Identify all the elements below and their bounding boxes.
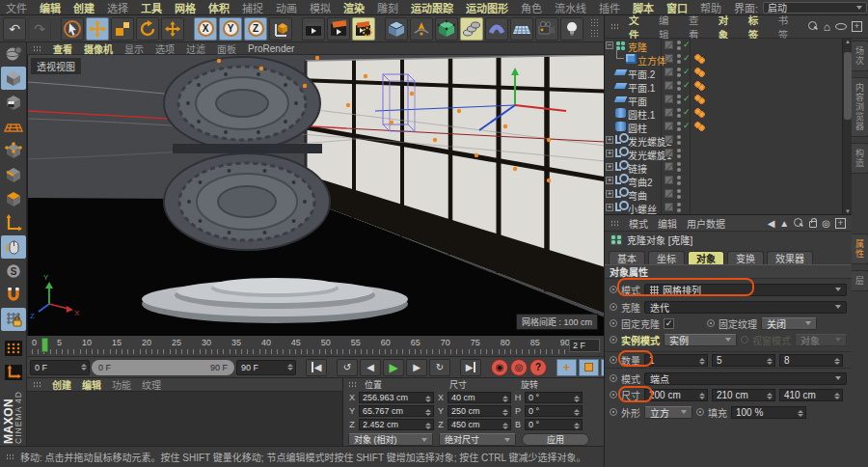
tab-coord[interactable]: 坐标: [648, 251, 685, 264]
position-x-field[interactable]: 256.963 cm: [359, 392, 434, 403]
layer-toggle-icon[interactable]: [665, 149, 673, 157]
search-icon[interactable]: [794, 218, 804, 229]
shape-dropdown[interactable]: 立方: [644, 406, 692, 419]
expand-icon[interactable]: +: [606, 177, 613, 184]
texture-mode-button[interactable]: [1, 91, 26, 114]
home-icon[interactable]: ⌂: [824, 20, 830, 34]
vp-menu-panel[interactable]: 面板: [217, 41, 236, 56]
play-back-button[interactable]: ↺: [337, 359, 358, 376]
position-mode-dropdown[interactable]: 对象 (相对): [348, 433, 433, 446]
expand-icon[interactable]: +: [606, 136, 613, 144]
object-row[interactable]: 圆柱.1 ✓: [605, 106, 842, 120]
end-frame-field[interactable]: 90 F: [236, 360, 296, 375]
visibility-dots-icon[interactable]: [677, 135, 681, 147]
menu-edit[interactable]: 编辑: [40, 0, 61, 15]
apply-button[interactable]: 应用: [522, 433, 589, 446]
points-mode-button[interactable]: [1, 139, 26, 162]
target-icon[interactable]: ◎: [822, 218, 830, 229]
mode2-dropdown[interactable]: 端点: [644, 372, 847, 385]
mat-menu-texture[interactable]: 纹理: [142, 377, 161, 392]
rotation-p-field[interactable]: 0 °: [525, 405, 583, 417]
size-x-field[interactable]: 40 cm: [448, 392, 511, 403]
lock-x-axis-button[interactable]: X: [194, 17, 217, 41]
keyframe-ring-icon[interactable]: [610, 408, 617, 416]
am-menu-edit[interactable]: 编辑: [658, 216, 677, 231]
panel-grip-icon[interactable]: [33, 381, 41, 388]
mode-dropdown[interactable]: 网格排列: [644, 284, 847, 296]
record-position-button[interactable]: +: [556, 359, 577, 376]
expand-icon[interactable]: +: [606, 190, 613, 198]
camera-button[interactable]: [535, 17, 558, 41]
search-icon[interactable]: [808, 21, 819, 32]
size-z-field[interactable]: 410 cm: [779, 389, 843, 401]
vp-menu-filter[interactable]: 过滤: [186, 41, 205, 56]
object-list[interactable]: − 克隆 ✓ 立方体 ✓ 平面.2 ✓: [605, 39, 842, 214]
phong-tag-icon[interactable]: [694, 122, 705, 131]
previous-frame-button[interactable]: ◀: [360, 359, 381, 376]
panel-grip-icon[interactable]: [348, 381, 357, 388]
layer-toggle-icon[interactable]: [665, 176, 673, 184]
visibility-dots-icon[interactable]: [677, 54, 681, 66]
edit-render-settings-button[interactable]: [352, 17, 375, 41]
mograph-cloner-button[interactable]: [460, 17, 483, 41]
add-panel-icon[interactable]: +: [852, 21, 862, 32]
fill-field[interactable]: 100 %: [731, 406, 806, 419]
tab-structure[interactable]: 构造: [852, 143, 868, 174]
enabled-check-icon[interactable]: ✓: [683, 67, 691, 76]
record-scale-button[interactable]: [579, 359, 599, 376]
live-selection-button[interactable]: [61, 17, 84, 41]
visibility-dots-icon[interactable]: [677, 81, 681, 93]
object-row[interactable]: 平面.2 ✓: [605, 66, 842, 79]
menu-mesh[interactable]: 网格: [175, 0, 196, 15]
visibility-dots-icon[interactable]: [677, 122, 681, 133]
tab-object[interactable]: 对象: [688, 251, 724, 264]
position-y-field[interactable]: 65.767 cm: [359, 405, 434, 417]
material-list-empty[interactable]: [27, 392, 342, 445]
deformer-button[interactable]: [485, 17, 508, 41]
menu-plugins[interactable]: 插件: [599, 0, 620, 15]
object-row[interactable]: − 克隆 ✓: [605, 39, 842, 52]
mat-menu-edit[interactable]: 编辑: [82, 377, 101, 392]
keyframe-selection-button[interactable]: ?: [529, 359, 547, 376]
rotation-h-field[interactable]: 0 °: [525, 392, 583, 403]
expand-icon[interactable]: +: [606, 163, 613, 171]
spline-pen-button[interactable]: [410, 17, 433, 41]
object-row[interactable]: 圆柱 ✓: [605, 120, 842, 133]
keyframe-ring-icon[interactable]: [610, 356, 617, 364]
history-back-icon[interactable]: ◀: [768, 218, 775, 229]
am-menu-userdata[interactable]: 用户数据: [687, 216, 725, 231]
om-menu-tags[interactable]: 标签: [748, 13, 769, 41]
play-forward-button[interactable]: ▶: [383, 359, 404, 376]
phong-tag-icon[interactable]: [694, 68, 705, 77]
size-x-field[interactable]: 200 cm: [644, 389, 708, 401]
rotation-b-field[interactable]: 0 °: [525, 419, 583, 430]
visibility-dots-icon[interactable]: [677, 149, 681, 160]
panel-grip-icon[interactable]: [610, 23, 619, 30]
timeline-ruler[interactable]: 05 1015 2025 3035 4045 5055 6065 7075 80…: [27, 336, 604, 357]
tab-transform[interactable]: 变换: [727, 251, 764, 264]
current-frame-field[interactable]: 2 F: [569, 339, 600, 352]
lock-workplane-button[interactable]: [1, 308, 26, 331]
visibility-dots-icon[interactable]: [677, 176, 681, 187]
collapse-icon[interactable]: −: [606, 41, 613, 49]
visibility-dots-icon[interactable]: [677, 95, 681, 106]
vp-menu-cameras[interactable]: 摄像机: [84, 41, 113, 56]
lock-z-axis-button[interactable]: Z: [244, 17, 267, 41]
tab-content-browser[interactable]: 内容浏览器: [852, 77, 868, 137]
size-z-field[interactable]: 450 cm: [448, 419, 511, 430]
count-z-field[interactable]: 8: [779, 354, 843, 367]
enabled-check-icon[interactable]: ✓: [683, 94, 691, 103]
menu-mograph[interactable]: 运动图形: [466, 0, 508, 15]
menu-volume[interactable]: 体积: [208, 0, 230, 15]
loop-button[interactable]: ↻: [429, 359, 450, 376]
keyframe-ring-icon[interactable]: [610, 319, 617, 327]
menu-snap[interactable]: 捕捉: [242, 0, 263, 15]
tab-takes[interactable]: 场次: [852, 41, 868, 71]
position-z-field[interactable]: 2.452 cm: [359, 419, 434, 430]
menu-tools[interactable]: 工具: [141, 0, 162, 15]
tab-effectors[interactable]: 效果器: [767, 251, 813, 264]
viewport-solo-button[interactable]: [1, 235, 26, 259]
edges-mode-button[interactable]: [1, 163, 26, 186]
om-menu-edit[interactable]: 编辑: [659, 13, 679, 41]
object-properties-section[interactable]: 对象属性: [605, 264, 852, 279]
